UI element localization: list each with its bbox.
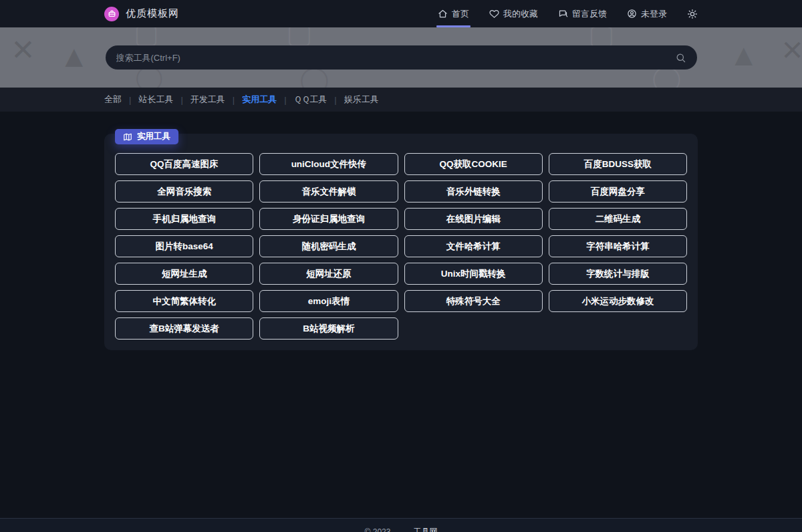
tool-button[interactable]: 随机密码生成 <box>259 235 398 257</box>
filter-tab[interactable]: 站长工具 <box>138 94 173 106</box>
pattern-x-icon: ✕ <box>781 34 802 67</box>
map-icon <box>123 132 132 142</box>
tool-button[interactable]: 文件哈希计算 <box>404 235 543 257</box>
category-filterbar: 全部|站长工具|开发工具|实用工具|ＱＱ工具|娱乐工具 <box>0 88 802 112</box>
footer-site-link[interactable]: 工具网 <box>413 526 437 532</box>
feedback-icon <box>558 9 568 19</box>
tool-button[interactable]: uniCloud文件快传 <box>259 153 398 175</box>
tool-button[interactable]: 短网址还原 <box>259 263 398 285</box>
brand[interactable]: 优质模板网 <box>104 7 179 21</box>
search-banner: ✕ ▲ ▢ ◯ ▢ ◯ ▢ ◯ ▲ ✕ <box>0 27 802 88</box>
home-icon <box>438 9 448 19</box>
filter-tab[interactable]: 实用工具 <box>242 94 277 106</box>
tool-button[interactable]: 图片转base64 <box>115 235 253 257</box>
heart-icon <box>489 9 499 19</box>
search-button[interactable] <box>675 52 686 63</box>
search-bar <box>106 45 697 70</box>
tool-button[interactable]: 音乐外链转换 <box>404 180 543 203</box>
search-icon <box>675 52 686 63</box>
nav-item-home[interactable]: 首页 <box>438 0 469 27</box>
tool-button[interactable]: 短网址生成 <box>115 263 253 285</box>
tool-button[interactable]: 字符串哈希计算 <box>549 235 687 257</box>
filter-tab[interactable]: 全部 <box>104 94 122 106</box>
tool-button[interactable]: 二维码生成 <box>549 208 687 230</box>
user-icon <box>627 9 637 19</box>
filter-separator: | <box>334 95 336 105</box>
pattern-triangle-icon: ▲ <box>59 38 90 74</box>
tool-button[interactable]: QQ获取COOKIE <box>404 153 543 175</box>
nav-menu: 首页 我的收藏 留言反馈 未登录 <box>438 0 698 27</box>
copyright-text: © 2023 <box>365 527 391 532</box>
tool-button[interactable]: 特殊符号大全 <box>404 290 543 312</box>
pattern-triangle-icon: ▲ <box>728 37 759 73</box>
tool-button[interactable]: 查B站弹幕发送者 <box>115 317 253 340</box>
tool-button[interactable]: 音乐文件解锁 <box>259 180 398 203</box>
nav-item-favorites[interactable]: 我的收藏 <box>489 0 538 27</box>
section-badge: 实用工具 <box>115 129 178 144</box>
tool-button[interactable]: 中文简繁体转化 <box>115 290 253 312</box>
tool-button[interactable]: Unix时间戳转换 <box>404 263 543 285</box>
nav-item-login[interactable]: 未登录 <box>627 0 667 27</box>
tool-button[interactable]: QQ百度高速图床 <box>115 153 253 175</box>
filter-tab[interactable]: ＱＱ工具 <box>294 94 327 106</box>
tool-button[interactable]: 字数统计与排版 <box>549 263 687 285</box>
filter-separator: | <box>284 95 286 105</box>
tool-button[interactable]: 手机归属地查询 <box>115 208 253 230</box>
filter-separator: | <box>233 95 235 105</box>
category-filters: 全部|站长工具|开发工具|实用工具|ＱＱ工具|娱乐工具 <box>104 94 698 106</box>
brand-title: 优质模板网 <box>126 7 179 20</box>
tool-button[interactable]: emoji表情 <box>259 290 398 312</box>
sun-icon <box>687 9 698 19</box>
filter-tab[interactable]: 开发工具 <box>190 94 225 106</box>
tool-button[interactable]: 百度网盘分享 <box>549 180 687 203</box>
section-badge-label: 实用工具 <box>137 131 170 142</box>
filter-tab[interactable]: 娱乐工具 <box>344 94 379 106</box>
tool-button[interactable]: 全网音乐搜索 <box>115 180 253 203</box>
tool-button[interactable]: 百度BDUSS获取 <box>549 153 687 175</box>
tools-grid: QQ百度高速图床uniCloud文件快传QQ获取COOKIE百度BDUSS获取全… <box>115 153 687 340</box>
brand-logo-icon <box>104 7 119 21</box>
filter-separator: | <box>180 95 182 105</box>
tools-card: 实用工具 QQ百度高速图床uniCloud文件快传QQ获取COOKIE百度BDU… <box>104 134 698 350</box>
theme-toggle-button[interactable] <box>687 9 698 19</box>
search-input[interactable] <box>116 53 675 63</box>
tool-button[interactable]: B站视频解析 <box>259 317 398 340</box>
tool-button[interactable]: 小米运动步数修改 <box>549 290 687 312</box>
tool-button[interactable]: 身份证归属地查询 <box>259 208 398 230</box>
nav-item-feedback[interactable]: 留言反馈 <box>558 0 607 27</box>
tool-button[interactable]: 在线图片编辑 <box>404 208 543 230</box>
footer: © 2023 工具网 <box>0 518 802 532</box>
filter-separator: | <box>129 95 131 105</box>
top-navbar: 优质模板网 首页 我的收藏 留言反馈 <box>0 0 802 27</box>
pattern-x-icon: ✕ <box>11 33 35 67</box>
main-content: 实用工具 QQ百度高速图床uniCloud文件快传QQ获取COOKIE百度BDU… <box>0 134 802 518</box>
